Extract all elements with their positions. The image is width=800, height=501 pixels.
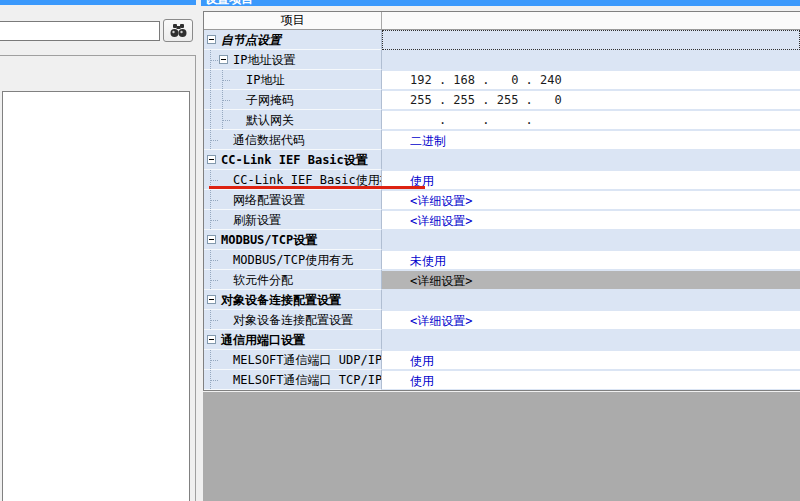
row-label-text: 通信数据代码 <box>233 132 305 149</box>
row-label-text: MELSOFT通信端口 UDP/IP <box>233 352 382 369</box>
row-value-field: . . . <box>382 111 800 129</box>
row-value-cell[interactable]: 使用 <box>382 370 800 390</box>
row-label-cell[interactable]: MELSOFT通信端口 TCP/IP <box>204 370 382 390</box>
row-label-text: 子网掩码 <box>246 92 294 109</box>
row-label-cell[interactable]: 自节点设置 <box>204 30 382 50</box>
row-value-field: 255 . 255 . 255 . 0 <box>382 91 800 109</box>
row-label-text: MODBUS/TCP使用有无 <box>233 252 353 269</box>
tree-line <box>210 180 218 181</box>
table-row: 通信用端口设置 <box>204 330 800 350</box>
tree-collapse-icon[interactable] <box>207 155 216 164</box>
tree-line <box>222 100 230 101</box>
search-input[interactable] <box>0 21 160 41</box>
row-value-cell[interactable] <box>382 50 800 70</box>
row-label-text: 通信用端口设置 <box>221 332 305 349</box>
row-value-cell[interactable] <box>382 30 800 50</box>
table-row: 对象设备连接配置设置 <详细设置> <box>204 310 800 330</box>
row-value-field: <详细设置> <box>382 271 800 289</box>
row-label-text: MODBUS/TCP设置 <box>221 232 317 249</box>
row-value-cell[interactable]: <详细设置> <box>382 190 800 210</box>
row-label-cell[interactable]: 刷新设置 <box>204 210 382 230</box>
row-value-field: <详细设置> <box>382 211 800 229</box>
row-value-cell[interactable]: <详细设置> <box>382 270 800 290</box>
row-value-cell[interactable]: 使用 <box>382 350 800 370</box>
tree-line <box>210 70 211 89</box>
row-value-text: 192 . 168 . 0 . 240 <box>410 73 562 87</box>
tree-collapse-icon[interactable] <box>207 35 216 44</box>
table-row: MODBUS/TCP设置 <box>204 230 800 250</box>
table-row: IP地址 192 . 168 . 0 . 240 <box>204 70 800 90</box>
row-label-cell[interactable]: MODBUS/TCP设置 <box>204 230 382 250</box>
table-row: 软元件分配 <详细设置> <box>204 270 800 290</box>
row-label-cell[interactable]: 默认网关 <box>204 110 382 130</box>
tree-collapse-icon[interactable] <box>207 335 216 344</box>
row-value-cell[interactable] <box>382 330 800 350</box>
row-label-cell[interactable]: MODBUS/TCP使用有无 <box>204 250 382 270</box>
row-value-text: 未使用 <box>410 253 446 270</box>
row-value-cell[interactable] <box>382 150 800 170</box>
row-label-cell[interactable]: 对象设备连接配置设置 <box>204 290 382 310</box>
row-label-cell[interactable]: 软元件分配 <box>204 270 382 290</box>
row-value-cell[interactable]: <详细设置> <box>382 310 800 330</box>
row-value-cell[interactable] <box>382 290 800 310</box>
binoculars-icon <box>170 24 187 38</box>
row-label-cell[interactable]: IP地址 <box>204 70 382 90</box>
row-value-cell[interactable]: 192 . 168 . 0 . 240 <box>382 70 800 90</box>
result-list[interactable] <box>2 91 190 501</box>
row-value-field: <详细设置> <box>382 311 800 329</box>
tree-collapse-icon[interactable] <box>207 235 216 244</box>
row-value-cell[interactable] <box>382 230 800 250</box>
row-label-cell[interactable]: 通信数据代码 <box>204 130 382 150</box>
table-row: 自节点设置 <box>204 30 800 50</box>
table-row: 通信数据代码 二进制 <box>204 130 800 150</box>
tree-line <box>210 110 211 129</box>
settings-panel: 设置项目 项目 自节点设置 IP地址设置 <box>201 0 800 501</box>
settings-panel-title: 设置项目 <box>205 0 253 6</box>
row-value-cell[interactable]: 使用 <box>382 170 800 190</box>
tree-line <box>210 260 218 261</box>
row-label-cell[interactable]: MELSOFT通信端口 UDP/IP <box>204 350 382 370</box>
value-column-header[interactable] <box>382 12 800 29</box>
table-row: 刷新设置 <详细设置> <box>204 210 800 230</box>
table-row: CC-Link IEF Basic设置 <box>204 150 800 170</box>
row-value-cell[interactable]: 二进制 <box>382 130 800 150</box>
row-value-cell[interactable]: . . . <box>382 110 800 130</box>
settings-table: 项目 自节点设置 IP地址设置 <box>203 11 800 391</box>
row-label-cell[interactable]: 网络配置设置 <box>204 190 382 210</box>
row-label-cell[interactable]: 子网掩码 <box>204 90 382 110</box>
left-panel-titlebar <box>0 0 196 5</box>
table-row: MELSOFT通信端口 TCP/IP 使用 <box>204 370 800 390</box>
tree-collapse-icon[interactable] <box>207 295 216 304</box>
row-value-text: . . . <box>410 113 562 127</box>
row-value-cell[interactable]: 255 . 255 . 255 . 0 <box>382 90 800 110</box>
row-label-text: IP地址设置 <box>233 52 295 69</box>
row-value-text: <详细设置> <box>410 213 472 230</box>
row-value-cell[interactable]: <详细设置> <box>382 210 800 230</box>
row-value-field: 二进制 <box>382 131 800 149</box>
table-header-row: 项目 <box>204 12 800 30</box>
table-row: MELSOFT通信端口 UDP/IP 使用 <box>204 350 800 370</box>
row-value-text: <详细设置> <box>410 273 472 290</box>
row-value-text: 使用 <box>410 373 434 390</box>
row-value-field: 未使用 <box>382 251 800 269</box>
table-row: MODBUS/TCP使用有无 未使用 <box>204 250 800 270</box>
table-row: 子网掩码 255 . 255 . 255 . 0 <box>204 90 800 110</box>
tree-line <box>222 80 230 81</box>
row-value-field: 使用 <box>382 371 800 389</box>
red-underline-annotation <box>209 186 425 189</box>
row-value-cell[interactable]: 未使用 <box>382 250 800 270</box>
table-row: 默认网关 . . . <box>204 110 800 130</box>
settings-panel-titlebar: 设置项目 <box>201 0 800 6</box>
tree-collapse-icon[interactable] <box>219 55 228 64</box>
row-label-cell[interactable]: CC-Link IEF Basic设置 <box>204 150 382 170</box>
tree-line <box>210 320 218 321</box>
row-label-cell[interactable]: 对象设备连接配置设置 <box>204 310 382 330</box>
row-label-cell[interactable]: IP地址设置 <box>204 50 382 70</box>
row-label-cell[interactable]: 通信用端口设置 <box>204 330 382 350</box>
left-panel <box>0 0 197 501</box>
tree-line <box>210 140 218 141</box>
row-label-text: IP地址 <box>246 72 284 89</box>
search-button[interactable] <box>163 19 193 42</box>
item-column-header[interactable]: 项目 <box>204 12 382 29</box>
panel-void-area <box>203 392 800 501</box>
